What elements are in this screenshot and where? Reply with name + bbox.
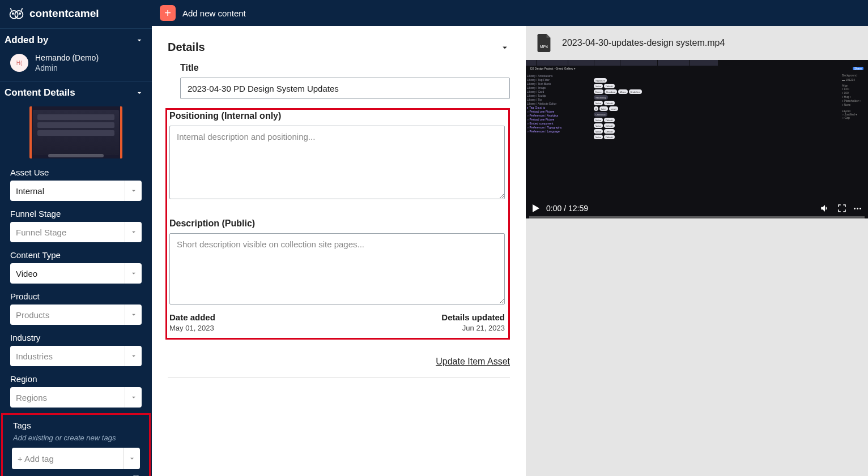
product-label: Product — [0, 289, 152, 305]
mp4-file-icon: MP4 — [536, 34, 552, 52]
play-icon[interactable] — [533, 204, 539, 212]
video-time: 0:00 / 12:59 — [546, 204, 588, 213]
svg-point-3 — [19, 13, 20, 14]
asset-use-label: Asset Use — [0, 165, 152, 181]
file-name: 2023-04-30-updates-design system.mp4 — [562, 38, 725, 48]
preview-panel: MP4 2023-04-30-updates-design system.mp4 — [526, 26, 868, 476]
add-content-label: Add new content — [182, 8, 246, 18]
brand-logo[interactable]: contentcamel — [0, 0, 152, 28]
more-icon[interactable] — [854, 208, 861, 209]
chevron-down-icon — [135, 88, 144, 97]
tags-hint: Add existing or create new tags — [3, 434, 149, 448]
positioning-textarea[interactable] — [169, 126, 505, 199]
camel-icon — [8, 6, 25, 22]
chevron-down-icon — [125, 222, 142, 242]
chevron-down-icon — [135, 36, 144, 45]
svg-text:MP4: MP4 — [540, 45, 548, 49]
file-bar: MP4 2023-04-30-updates-design system.mp4 — [526, 26, 868, 60]
title-label: Title — [180, 63, 510, 73]
industry-select[interactable]: Industries — [10, 346, 142, 366]
video-progress[interactable] — [529, 216, 865, 218]
update-item-asset-link[interactable]: Update Item Asset — [436, 357, 510, 366]
chevron-down-icon — [123, 448, 140, 469]
added-by-label: Added by — [5, 35, 48, 46]
chevron-down-icon — [125, 305, 142, 325]
chevron-down-icon — [125, 387, 142, 408]
added-by-header[interactable]: Added by — [0, 29, 152, 50]
details-updated-label: Details updated — [441, 312, 505, 322]
details-header[interactable]: Details — [168, 37, 510, 62]
avatar: H( — [10, 54, 28, 72]
user-role: Admin — [35, 63, 99, 73]
content-details-label: Content Details — [5, 87, 75, 98]
svg-point-1 — [15, 11, 23, 19]
industry-label: Industry — [0, 331, 152, 346]
thumbnail[interactable] — [0, 103, 152, 165]
chevron-down-icon — [125, 263, 142, 284]
content-type-label: Content Type — [0, 248, 152, 263]
tags-section-highlighted: Tags Add existing or create new tags + A… — [1, 413, 151, 476]
tags-label: Tags — [3, 418, 149, 434]
add-content-button[interactable]: + — [160, 5, 176, 21]
chevron-down-icon — [500, 42, 510, 53]
top-bar: + Add new content — [152, 0, 868, 26]
date-added-label: Date added — [169, 312, 215, 322]
positioning-label: Positioning (Internal only) — [169, 111, 505, 121]
chevron-down-icon — [234, 388, 510, 476]
fullscreen-icon[interactable] — [837, 203, 847, 213]
highlighted-details-box: Positioning (Internal only) Description … — [165, 108, 510, 340]
chevron-down-icon — [125, 346, 142, 366]
content-type-select[interactable]: Video — [10, 263, 142, 284]
add-tag-input[interactable]: + Add tag — [12, 448, 140, 469]
date-added-value: May 01, 2023 — [169, 324, 215, 332]
region-label: Region — [0, 372, 152, 387]
asset-use-select[interactable]: Internal — [10, 181, 142, 201]
details-panel: Details Title Positioning (Internal only… — [152, 26, 526, 476]
sharing-header[interactable]: Sharing Details — [168, 385, 510, 476]
description-textarea[interactable] — [169, 233, 505, 305]
funnel-stage-label: Funnel Stage — [0, 207, 152, 222]
details-title: Details — [168, 41, 205, 54]
funnel-stage-select[interactable]: Funnel Stage — [10, 222, 142, 242]
content-details-header[interactable]: Content Details — [0, 82, 152, 103]
divider — [168, 377, 510, 378]
user-row: H( Hernando (Demo) Admin — [0, 50, 152, 81]
chevron-down-icon — [125, 181, 142, 201]
video-preview[interactable]: D2 Design Project · Grand Gallery ▾ Shar… — [526, 60, 868, 218]
product-select[interactable]: Products — [10, 305, 142, 325]
brand-name: contentcamel — [29, 7, 99, 20]
video-controls[interactable]: 0:00 / 12:59 — [526, 198, 868, 218]
details-updated-value: Jun 21, 2023 — [441, 324, 505, 332]
svg-point-2 — [12, 13, 14, 14]
user-name: Hernando (Demo) — [35, 53, 99, 63]
title-input[interactable] — [180, 78, 510, 99]
volume-icon[interactable] — [820, 203, 830, 213]
description-label: Description (Public) — [169, 218, 505, 229]
region-select[interactable]: Regions — [10, 387, 142, 408]
sidebar: contentcamel Added by H( Hernando (Demo)… — [0, 0, 152, 476]
